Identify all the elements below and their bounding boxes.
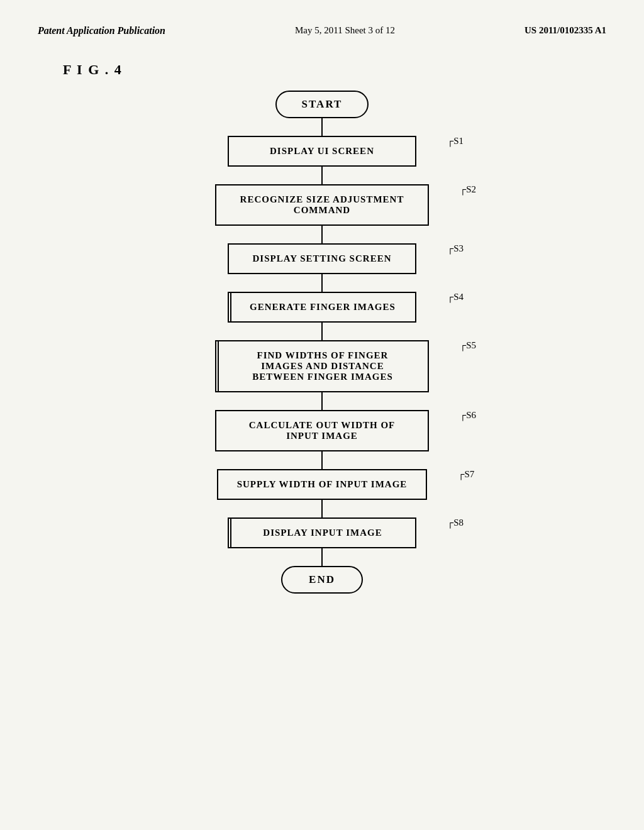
step-s1-wrapper: DISPLAY UI SCREEN ┌S1 [228, 136, 416, 167]
step-s6-label: ┌S6 [460, 410, 476, 421]
step-s5-label: ┌S5 [460, 340, 476, 351]
step-s1-label: ┌S1 [447, 136, 464, 147]
step-s5-box: FIND WIDTHS OF FINGER IMAGES AND DISTANC… [215, 340, 429, 392]
step-s3-text: DISPLAY SETTING SCREEN [253, 253, 392, 263]
page: Patent Application Publication May 5, 20… [0, 0, 644, 830]
connector-6 [321, 392, 323, 410]
step-s6-text: CALCULATE OUT WIDTH OF INPUT IMAGE [249, 420, 395, 441]
step-s4-wrapper: GENERATE FINGER IMAGES ┌S4 [228, 292, 416, 323]
step-s7-wrapper: SUPPLY WIDTH OF INPUT IMAGE ┌S7 [217, 469, 428, 500]
connector-3 [321, 226, 323, 243]
step-s2-text: RECOGNIZE SIZE ADJUSTMENT COMMAND [240, 194, 404, 215]
step-s2-label: ┌S2 [460, 184, 476, 195]
step-s4-box: GENERATE FINGER IMAGES [228, 292, 416, 323]
connector-5 [321, 323, 323, 340]
start-oval: START [275, 91, 369, 118]
connector-9 [321, 548, 323, 566]
header-center: May 5, 2011 Sheet 3 of 12 [295, 25, 395, 36]
header: Patent Application Publication May 5, 20… [0, 0, 644, 49]
connector-2 [321, 167, 323, 184]
step-s5-wrapper: FIND WIDTHS OF FINGER IMAGES AND DISTANC… [215, 340, 429, 392]
step-s8-label: ┌S8 [447, 517, 464, 528]
connector-4 [321, 274, 323, 292]
step-s7-box: SUPPLY WIDTH OF INPUT IMAGE [217, 469, 428, 500]
step-s4-label: ┌S4 [447, 292, 464, 302]
step-s7-label: ┌S7 [458, 469, 474, 480]
step-s2-box: RECOGNIZE SIZE ADJUSTMENT COMMAND [215, 184, 429, 226]
connector-8 [321, 500, 323, 517]
flowchart: START DISPLAY UI SCREEN ┌S1 RECOGNIZE SI… [0, 84, 644, 619]
header-left: Patent Application Publication [38, 25, 165, 36]
step-s8-wrapper: DISPLAY INPUT IMAGE ┌S8 [228, 517, 416, 548]
step-s3-box: DISPLAY SETTING SCREEN [228, 243, 416, 274]
step-s1-text: DISPLAY UI SCREEN [270, 146, 374, 156]
step-s2-wrapper: RECOGNIZE SIZE ADJUSTMENT COMMAND ┌S2 [215, 184, 429, 226]
step-s3-label: ┌S3 [447, 243, 464, 254]
connector-7 [321, 451, 323, 469]
step-s1-box: DISPLAY UI SCREEN [228, 136, 416, 167]
step-s5-text: FIND WIDTHS OF FINGER IMAGES AND DISTANC… [252, 350, 393, 382]
step-s3-wrapper: DISPLAY SETTING SCREEN ┌S3 [228, 243, 416, 274]
figure-label: F I G . 4 [0, 49, 644, 84]
end-oval: END [281, 566, 363, 594]
step-s7-text: SUPPLY WIDTH OF INPUT IMAGE [237, 479, 408, 489]
start-node: START [275, 91, 369, 118]
step-s6-box: CALCULATE OUT WIDTH OF INPUT IMAGE [215, 410, 429, 451]
step-s8-text: DISPLAY INPUT IMAGE [263, 528, 382, 538]
step-s8-box: DISPLAY INPUT IMAGE [228, 517, 416, 548]
connector-1 [321, 118, 323, 136]
step-s6-wrapper: CALCULATE OUT WIDTH OF INPUT IMAGE ┌S6 [215, 410, 429, 451]
end-node: END [281, 566, 363, 594]
header-right: US 2011/0102335 A1 [525, 25, 606, 36]
step-s4-text: GENERATE FINGER IMAGES [250, 302, 396, 312]
